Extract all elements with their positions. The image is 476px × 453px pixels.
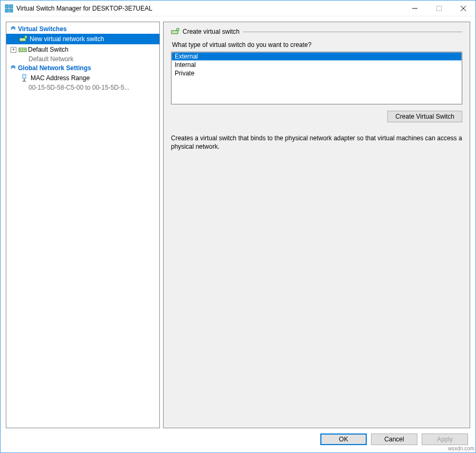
svg-rect-2 [5,9,8,12]
svg-rect-8 [20,38,26,41]
maximize-button[interactable] [427,1,451,16]
svg-rect-1 [9,5,13,8]
svg-rect-18 [23,81,26,82]
svg-rect-16 [23,74,26,79]
close-button[interactable] [451,1,475,16]
svg-rect-5 [437,6,442,11]
app-icon [5,4,13,13]
window-controls [403,1,475,16]
ok-button[interactable]: OK [320,433,367,445]
svg-rect-0 [5,5,8,8]
create-button-row: Create Virtual Switch [171,111,462,122]
svg-point-15 [24,50,25,51]
section-global-settings[interactable]: Global Network Settings [6,63,159,73]
section-virtual-switches[interactable]: Virtual Switches [6,24,159,34]
svg-point-14 [22,50,23,51]
panels: Virtual Switches New virtual network swi… [6,22,470,428]
dialog-buttons: OK Cancel Apply [6,428,470,447]
tree-item-new-virtual-switch[interactable]: New virtual network switch [6,34,159,44]
section-header: Create virtual switch [171,27,462,36]
option-private[interactable]: Private [172,69,462,78]
tree-item-mac-range[interactable]: MAC Address Range [6,73,159,83]
cancel-button[interactable]: Cancel [371,433,417,445]
chevron-up-icon [11,26,16,32]
tree-item-label: New virtual network switch [30,35,104,43]
tree-item-label: MAC Address Range [31,74,90,82]
apply-button: Apply [422,433,468,445]
svg-rect-3 [9,9,13,12]
description-text: Creates a virtual switch that binds to t… [171,134,462,151]
navigation-tree: Virtual Switches New virtual network swi… [6,22,160,428]
switch-add-icon [19,35,27,43]
nic-icon [20,74,28,82]
svg-point-13 [20,50,21,51]
tree-item-mac-range-sub: 00-15-5D-58-C5-00 to 00-15-5D-5... [6,83,159,92]
watermark: wsxdn.com [448,446,474,451]
section-title: Create virtual switch [183,28,240,35]
tree-item-default-switch[interactable]: + Default Switch [6,44,159,55]
titlebar: Virtual Switch Manager for DESKTOP-3E7UE… [1,1,475,16]
tree-item-default-switch-sub: Default Network [6,55,159,63]
prompt-text: What type of virtual switch do you want … [172,41,462,49]
expand-icon[interactable]: + [11,47,16,53]
minimize-button[interactable] [403,1,427,16]
create-virtual-switch-button[interactable]: Create Virtual Switch [387,111,462,122]
separator [243,32,462,32]
switch-icon [18,45,27,54]
switch-type-listbox[interactable]: External Internal Private [171,52,462,104]
app-window: Virtual Switch Manager for DESKTOP-3E7UE… [0,0,476,453]
window-title: Virtual Switch Manager for DESKTOP-3E7UE… [16,5,403,12]
details-panel: Create virtual switch What type of virtu… [163,22,470,428]
chevron-up-icon [11,65,16,71]
svg-rect-17 [24,79,25,81]
tree-item-label: Default Switch [28,46,69,53]
section-label: Virtual Switches [18,25,66,33]
content-area: Virtual Switches New virtual network swi… [1,16,475,452]
section-label: Global Network Settings [18,64,91,72]
svg-rect-19 [172,31,178,34]
option-internal[interactable]: Internal [172,61,462,69]
switch-add-icon [171,27,179,36]
option-external[interactable]: External [172,52,462,61]
